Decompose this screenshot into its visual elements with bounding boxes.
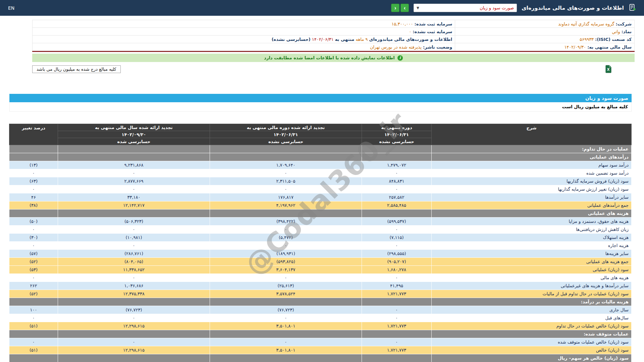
column-date: ۱۴۰۲/۰۹/۳۰ <box>58 131 210 138</box>
arrow-left-button[interactable]: ‹ <box>391 4 399 12</box>
section-empty-cell <box>362 145 432 153</box>
amount-value: (۵۰۶,۳۲۳) <box>58 218 210 226</box>
table-row: سال جاری۰(۷۶,۷۲۳)(۷۶,۷۲۳)۱۰۰ <box>9 306 632 314</box>
section-empty-cell <box>362 354 432 362</box>
statement-nav-buttons: › ‹ <box>391 4 409 12</box>
amount-value: ۹,۲۳۱,۸۶۸ <box>58 161 210 169</box>
row-label: سود (زیان) خالص عملیات متوقف شده <box>432 338 632 346</box>
amount-value: ۳,۵۷۸,۵۲۴ <box>210 290 362 298</box>
table-row: درآمد سود سهام۱,۴۷۹,۰۷۲۱,۷۰۹,۶۴۰۹,۲۳۱,۸۶… <box>9 161 632 169</box>
table-header: شرح دوره منتهی به تجدید ارائه شده دوره م… <box>9 124 632 145</box>
chevron-down-icon: ▼ <box>417 6 419 10</box>
statement-type-select[interactable]: صورت سود و زیان ▼ <box>414 4 517 12</box>
section-empty-cell <box>210 298 362 306</box>
amount-value: ۱۲,۳۷۵,۳۳۸ <box>58 290 210 298</box>
section-empty-cell <box>9 354 58 362</box>
arrow-right-button[interactable]: › <box>400 4 409 12</box>
row-label: هزینه استهلاک <box>432 234 632 242</box>
svg-text:X: X <box>607 68 610 71</box>
section-empty-cell <box>9 298 58 306</box>
change-percent-value: ۱۰۰ <box>9 306 58 314</box>
change-percent-value: (۵۱) <box>9 346 58 354</box>
row-label: جمع هزینه های عملیاتی <box>432 258 632 266</box>
symbol-label: نماد: <box>622 29 632 34</box>
section-header-row: عملیات متوقف شده: <box>9 330 632 338</box>
section-label: هزینه مالیات بر درآمد: <box>432 298 632 306</box>
column-header-change-percent: درصد تغییر <box>9 124 58 145</box>
amount-value: ۱,۷۲۱,۷۷۳ <box>362 290 432 298</box>
change-percent-value: (۳۰) <box>9 234 58 242</box>
language-toggle-en[interactable]: EN <box>8 5 14 11</box>
section-empty-cell <box>362 153 432 161</box>
signature-match-text: اطلاعات نمایش داده شده با اطلاعات امضا ش… <box>264 55 395 60</box>
column-date: ۱۴۰۲/۰۶/۳۱ <box>362 131 432 138</box>
section-label: سود (زیان) خالص هر سهم– ریال <box>432 354 632 362</box>
registered-capital-cell: سرمایه ثبت شده: ۱۵,۳۰۰,۰۰۰ <box>33 20 455 28</box>
column-header-description: شرح <box>432 124 632 145</box>
section-header-row: درآمدهای عملیاتی <box>9 153 632 161</box>
change-percent-value: ۰ <box>9 274 58 282</box>
unregistered-capital-cell: سرمایه ثبت نشده: ۰ <box>33 28 455 36</box>
change-percent-value: ۰ <box>9 314 58 322</box>
table-row: درآمد سود تضمین شده۰۰۰۰ <box>9 169 632 177</box>
amount-value: ۰ <box>58 338 210 346</box>
section-empty-cell <box>362 330 432 338</box>
row-label: سود (زیان) فروش سرمایه گذاریها <box>432 177 632 185</box>
amount-value: ۸۴۸,۸۳۱ <box>362 177 432 185</box>
section-empty-cell <box>9 330 58 338</box>
change-percent-value: ۰ <box>9 169 58 177</box>
note-row: X کلیه مبالغ درج شده به میلیون ریال می ب… <box>32 65 612 73</box>
header-row-titles: شرح دوره منتهی به تجدید ارائه شده دوره م… <box>9 124 632 131</box>
amount-value: ۳۳,۱۸۰ <box>58 193 210 201</box>
table-row: سایر درآمدها۲۵۷,۵۸۲۱۷۶,۸۱۷۳۳,۱۸۰۴۶ <box>9 193 632 201</box>
row-label: سایر درآمدها و هزینه های غیرعملیاتی <box>432 282 632 290</box>
table-row: هزینه های مالی۰۰۰۰ <box>9 274 632 282</box>
amount-value: (۵۹۹,۵۳۷) <box>362 218 432 226</box>
statement-section: صورت سود و زیان کلیه مبالغ به میلیون ریا… <box>9 94 632 362</box>
codal-financial-page: { "topbar": { "language": "EN", "title":… <box>0 0 644 362</box>
amount-value: ۳,۶۰۴,۱۳۷ <box>210 266 362 274</box>
change-percent-value: (۶۳) <box>9 177 58 185</box>
amount-value: ۰ <box>210 169 362 177</box>
section-label: عملیات در حال تداوم: <box>432 145 632 153</box>
amount-value: (۵,۴۷۲) <box>210 234 362 242</box>
table-row: هزینه استهلاک(۷,۱۱۵)(۵,۴۷۲)(۱۰,۹۸۱)(۳۰) <box>9 234 632 242</box>
period-prefix: اطلاعات و صورت‌های مالی میاندوره‌ای <box>369 37 452 42</box>
row-label: سود (زیان) عملیات در حال تداوم قبل از ما… <box>432 290 632 298</box>
topbar: اطلاعات و صورت‌های مالی میاندوره‌ای صورت… <box>0 0 644 16</box>
amount-value: ۴۱,۴۹۵ <box>362 282 432 290</box>
report-document-icon <box>629 4 636 12</box>
row-label: سایر درآمدها <box>432 193 632 201</box>
topbar-right-group: اطلاعات و صورت‌های مالی میاندوره‌ای صورت… <box>391 4 636 12</box>
issuer-status-label: وضعیت ناشر: <box>423 45 452 50</box>
section-header-row: عملیات در حال تداوم: <box>9 145 632 153</box>
row-label: سود (زیان) خالص عملیات در حال تداوم <box>432 322 632 330</box>
amount-value: ۰ <box>362 226 432 234</box>
amount-value: (۹۰۵,۲۰۷) <box>362 258 432 266</box>
amount-value: ۰ <box>210 314 362 322</box>
excel-export-icon[interactable]: X <box>605 65 612 73</box>
isic-cell: کد صنعت (ISIC): ۵۶۹۹۳۳ <box>455 36 635 43</box>
table-row: سود (زیان) عملیات در حال تداوم قبل از ما… <box>9 290 632 298</box>
amount-value: ۰ <box>58 314 210 322</box>
table-row: سود (زیان) عملیاتی۱,۶۸۰,۲۷۸۳,۶۰۴,۱۳۷۱۱,۳… <box>9 266 632 274</box>
section-label: عملیات متوقف شده: <box>432 330 632 338</box>
table-row: سایر هزینه‌ها(۲۹۸,۵۵۵)(۱۸۹,۹۳۱)(۲۸۶,۷۶۱)… <box>9 250 632 258</box>
period-info-cell: اطلاعات و صورت‌های مالی میاندوره‌ای ۹ ما… <box>33 36 455 43</box>
amount-value: ۳,۵۰۱,۸۰۱ <box>210 346 362 354</box>
column-audit-status: حسابرسی نشده <box>210 138 362 145</box>
section-empty-cell <box>210 330 362 338</box>
section-empty-cell <box>210 354 362 362</box>
column-header-restated-year: تجدید ارائه شده سال مالی منتهی به <box>58 124 210 131</box>
amount-value: ۲,۵۸۵,۴۸۵ <box>362 201 432 209</box>
section-empty-cell <box>210 145 362 153</box>
amount-value: ۰ <box>210 338 362 346</box>
info-row: کد صنعت (ISIC): ۵۶۹۹۳۳ اطلاعات و صورت‌ها… <box>33 36 635 43</box>
amount-value: ۰ <box>58 169 210 177</box>
change-percent-value: (۵۲) <box>9 258 58 266</box>
section-empty-cell <box>210 209 362 218</box>
amount-value: ۰ <box>58 274 210 282</box>
info-icon: i <box>397 55 403 61</box>
amount-value: ۴,۱۹۷,۹۶۲ <box>210 201 362 209</box>
amount-value: ۱,۷۲۱,۷۷۳ <box>362 346 432 354</box>
